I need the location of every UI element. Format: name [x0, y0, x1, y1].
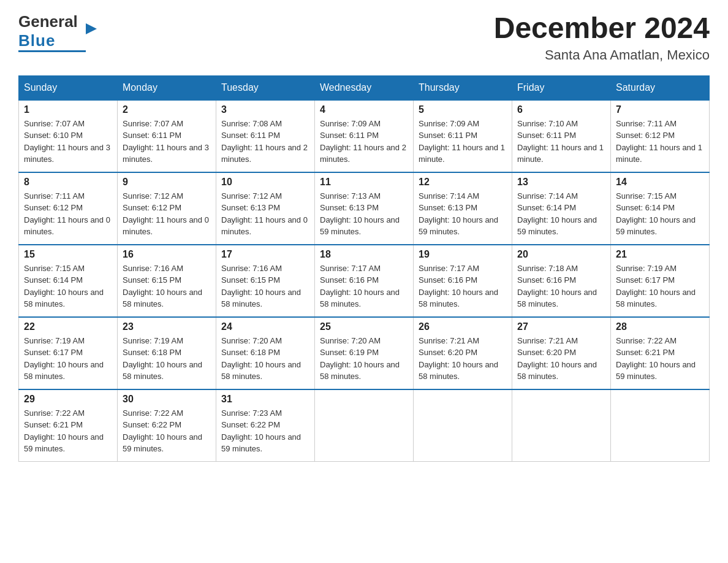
day-number: 1: [24, 104, 112, 115]
day-number: 20: [517, 249, 605, 260]
day-number: 3: [221, 104, 309, 115]
calendar-cell-week2-day2: 9Sunrise: 7:12 AMSunset: 6:12 PMDaylight…: [118, 172, 216, 245]
calendar-cell-week3-day2: 16Sunrise: 7:16 AMSunset: 6:15 PMDayligh…: [118, 245, 216, 317]
day-info: Sunrise: 7:21 AMSunset: 6:20 PMDaylight:…: [419, 335, 507, 383]
calendar-cell-week3-day3: 17Sunrise: 7:16 AMSunset: 6:15 PMDayligh…: [216, 245, 315, 317]
calendar-cell-week3-day6: 20Sunrise: 7:18 AMSunset: 6:16 PMDayligh…: [512, 245, 611, 317]
calendar-cell-week2-day1: 8Sunrise: 7:11 AMSunset: 6:12 PMDaylight…: [19, 172, 118, 245]
day-number: 23: [123, 321, 211, 332]
svg-marker-0: [86, 23, 97, 34]
month-title: December 2024: [494, 12, 710, 45]
day-info: Sunrise: 7:16 AMSunset: 6:15 PMDaylight:…: [221, 262, 309, 310]
day-number: 21: [616, 249, 704, 260]
calendar-cell-week3-day1: 15Sunrise: 7:15 AMSunset: 6:14 PMDayligh…: [19, 245, 118, 317]
day-info: Sunrise: 7:17 AMSunset: 6:16 PMDaylight:…: [419, 262, 507, 310]
day-number: 13: [517, 177, 605, 188]
logo-blue-text: Blue: [18, 31, 55, 50]
day-number: 6: [517, 104, 605, 115]
calendar-cell-week1-day3: 3Sunrise: 7:08 AMSunset: 6:11 PMDaylight…: [216, 100, 315, 172]
calendar-cell-week4-day3: 24Sunrise: 7:20 AMSunset: 6:18 PMDayligh…: [216, 317, 315, 389]
weekday-header-wednesday: Wednesday: [315, 75, 414, 100]
calendar-cell-week1-day6: 6Sunrise: 7:10 AMSunset: 6:11 PMDaylight…: [512, 100, 611, 172]
calendar-cell-week4-day6: 27Sunrise: 7:21 AMSunset: 6:20 PMDayligh…: [512, 317, 611, 389]
title-section: December 2024 Santa Ana Amatlan, Mexico: [494, 12, 710, 63]
location-title: Santa Ana Amatlan, Mexico: [494, 47, 710, 63]
calendar-week-1: 1Sunrise: 7:07 AMSunset: 6:10 PMDaylight…: [19, 100, 710, 172]
calendar-cell-week3-day5: 19Sunrise: 7:17 AMSunset: 6:16 PMDayligh…: [414, 245, 512, 317]
day-number: 12: [419, 177, 507, 188]
day-number: 19: [419, 249, 507, 260]
calendar-cell-week2-day6: 13Sunrise: 7:14 AMSunset: 6:14 PMDayligh…: [512, 172, 611, 245]
day-info: Sunrise: 7:11 AMSunset: 6:12 PMDaylight:…: [24, 190, 112, 238]
day-info: Sunrise: 7:14 AMSunset: 6:14 PMDaylight:…: [517, 190, 605, 238]
day-number: 10: [221, 177, 309, 188]
calendar-cell-week1-day7: 7Sunrise: 7:11 AMSunset: 6:12 PMDaylight…: [611, 100, 710, 172]
logo: General Blue: [18, 12, 86, 52]
calendar-cell-week2-day5: 12Sunrise: 7:14 AMSunset: 6:13 PMDayligh…: [414, 172, 512, 245]
day-info: Sunrise: 7:21 AMSunset: 6:20 PMDaylight:…: [517, 335, 605, 383]
calendar-cell-week4-day2: 23Sunrise: 7:19 AMSunset: 6:18 PMDayligh…: [118, 317, 216, 389]
day-number: 29: [24, 394, 112, 405]
calendar-cell-week4-day5: 26Sunrise: 7:21 AMSunset: 6:20 PMDayligh…: [414, 317, 512, 389]
day-number: 28: [616, 321, 704, 332]
weekday-header-sunday: Sunday: [19, 75, 118, 100]
day-info: Sunrise: 7:23 AMSunset: 6:22 PMDaylight:…: [221, 407, 309, 455]
calendar-table: SundayMondayTuesdayWednesdayThursdayFrid…: [18, 75, 710, 462]
day-number: 18: [320, 249, 408, 260]
day-info: Sunrise: 7:15 AMSunset: 6:14 PMDaylight:…: [24, 262, 112, 310]
day-info: Sunrise: 7:10 AMSunset: 6:11 PMDaylight:…: [517, 118, 605, 166]
weekday-header-monday: Monday: [118, 75, 216, 100]
calendar-cell-week1-day1: 1Sunrise: 7:07 AMSunset: 6:10 PMDaylight…: [19, 100, 118, 172]
day-info: Sunrise: 7:18 AMSunset: 6:16 PMDaylight:…: [517, 262, 605, 310]
calendar-week-4: 22Sunrise: 7:19 AMSunset: 6:17 PMDayligh…: [19, 317, 710, 389]
day-info: Sunrise: 7:22 AMSunset: 6:22 PMDaylight:…: [123, 407, 211, 455]
day-info: Sunrise: 7:17 AMSunset: 6:16 PMDaylight:…: [320, 262, 408, 310]
calendar-cell-week2-day7: 14Sunrise: 7:15 AMSunset: 6:14 PMDayligh…: [611, 172, 710, 245]
calendar-cell-week3-day4: 18Sunrise: 7:17 AMSunset: 6:16 PMDayligh…: [315, 245, 414, 317]
day-number: 16: [123, 249, 211, 260]
calendar-cell-week1-day2: 2Sunrise: 7:07 AMSunset: 6:11 PMDaylight…: [118, 100, 216, 172]
day-info: Sunrise: 7:08 AMSunset: 6:11 PMDaylight:…: [221, 118, 309, 166]
calendar-cell-week5-day2: 30Sunrise: 7:22 AMSunset: 6:22 PMDayligh…: [118, 389, 216, 462]
day-info: Sunrise: 7:22 AMSunset: 6:21 PMDaylight:…: [616, 335, 704, 383]
day-info: Sunrise: 7:19 AMSunset: 6:17 PMDaylight:…: [24, 335, 112, 383]
calendar-cell-week2-day4: 11Sunrise: 7:13 AMSunset: 6:13 PMDayligh…: [315, 172, 414, 245]
day-info: Sunrise: 7:22 AMSunset: 6:21 PMDaylight:…: [24, 407, 112, 455]
calendar-cell-week1-day5: 5Sunrise: 7:09 AMSunset: 6:11 PMDaylight…: [414, 100, 512, 172]
weekday-header-friday: Friday: [512, 75, 611, 100]
calendar-cell-week4-day4: 25Sunrise: 7:20 AMSunset: 6:19 PMDayligh…: [315, 317, 414, 389]
day-info: Sunrise: 7:15 AMSunset: 6:14 PMDaylight:…: [616, 190, 704, 238]
logo-general-text: General: [18, 12, 78, 31]
day-info: Sunrise: 7:09 AMSunset: 6:11 PMDaylight:…: [320, 118, 408, 166]
day-number: 22: [24, 321, 112, 332]
calendar-cell-week5-day6: [512, 389, 611, 462]
day-info: Sunrise: 7:09 AMSunset: 6:11 PMDaylight:…: [419, 118, 507, 166]
calendar-week-2: 8Sunrise: 7:11 AMSunset: 6:12 PMDaylight…: [19, 172, 710, 245]
day-number: 25: [320, 321, 408, 332]
calendar-week-5: 29Sunrise: 7:22 AMSunset: 6:21 PMDayligh…: [19, 389, 710, 462]
day-info: Sunrise: 7:12 AMSunset: 6:12 PMDaylight:…: [123, 190, 211, 238]
day-info: Sunrise: 7:14 AMSunset: 6:13 PMDaylight:…: [419, 190, 507, 238]
calendar-cell-week4-day1: 22Sunrise: 7:19 AMSunset: 6:17 PMDayligh…: [19, 317, 118, 389]
day-number: 11: [320, 177, 408, 188]
calendar-cell-week5-day5: [414, 389, 512, 462]
day-number: 24: [221, 321, 309, 332]
day-number: 4: [320, 104, 408, 115]
day-number: 27: [517, 321, 605, 332]
calendar-cell-week3-day7: 21Sunrise: 7:19 AMSunset: 6:17 PMDayligh…: [611, 245, 710, 317]
day-info: Sunrise: 7:07 AMSunset: 6:11 PMDaylight:…: [123, 118, 211, 166]
day-info: Sunrise: 7:20 AMSunset: 6:18 PMDaylight:…: [221, 335, 309, 383]
day-info: Sunrise: 7:20 AMSunset: 6:19 PMDaylight:…: [320, 335, 408, 383]
calendar-cell-week5-day3: 31Sunrise: 7:23 AMSunset: 6:22 PMDayligh…: [216, 389, 315, 462]
calendar-cell-week5-day1: 29Sunrise: 7:22 AMSunset: 6:21 PMDayligh…: [19, 389, 118, 462]
day-number: 26: [419, 321, 507, 332]
calendar-cell-week1-day4: 4Sunrise: 7:09 AMSunset: 6:11 PMDaylight…: [315, 100, 414, 172]
day-number: 30: [123, 394, 211, 405]
day-number: 7: [616, 104, 704, 115]
day-number: 2: [123, 104, 211, 115]
day-info: Sunrise: 7:16 AMSunset: 6:15 PMDaylight:…: [123, 262, 211, 310]
weekday-header-saturday: Saturday: [611, 75, 710, 100]
day-info: Sunrise: 7:19 AMSunset: 6:18 PMDaylight:…: [123, 335, 211, 383]
calendar-cell-week5-day7: [611, 389, 710, 462]
day-info: Sunrise: 7:12 AMSunset: 6:13 PMDaylight:…: [221, 190, 309, 238]
